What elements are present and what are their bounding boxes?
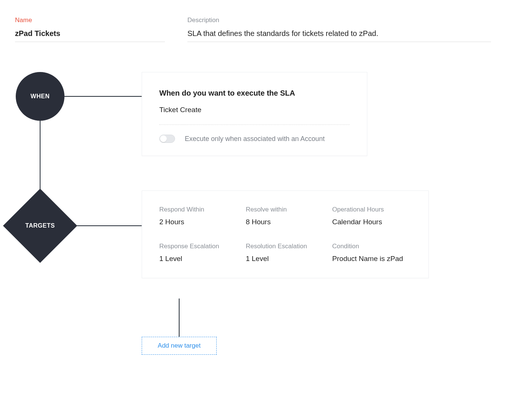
metric-value: Product Name is zPad [332, 255, 411, 263]
account-toggle[interactable] [159, 135, 175, 143]
metric-label: Operational Hours [332, 206, 411, 213]
name-input[interactable]: zPad Tickets [15, 29, 165, 42]
flow-canvas: WHEN TARGETS When do you want to execute… [0, 64, 506, 409]
metric-label: Condition [332, 243, 411, 250]
targets-grid: Respond Within 2 Hours Resolve within 8 … [159, 206, 411, 263]
metric-label: Resolution Escalation [246, 243, 325, 250]
metric-label: Respond Within [159, 206, 238, 213]
connector-line [179, 298, 180, 337]
name-field-group: Name zPad Tickets [15, 16, 165, 42]
name-label: Name [15, 16, 165, 24]
divider [159, 124, 350, 125]
metric-resolve-within: Resolve within 8 Hours [246, 206, 325, 226]
metric-label: Response Escalation [159, 243, 238, 250]
connector-line [40, 121, 40, 200]
when-trigger-value[interactable]: Ticket Create [159, 106, 350, 124]
metric-value: 1 Level [246, 255, 325, 263]
metric-response-escalation: Response Escalation 1 Level [159, 243, 238, 263]
targets-card[interactable]: Respond Within 2 Hours Resolve within 8 … [142, 190, 429, 278]
add-new-target-button[interactable]: Add new target [142, 337, 217, 355]
metric-label: Resolve within [246, 206, 325, 213]
form-header: Name zPad Tickets Description SLA that d… [15, 16, 491, 42]
account-toggle-row: Execute only when associated with an Acc… [159, 135, 350, 143]
targets-node[interactable]: TARGETS [14, 200, 66, 252]
when-card[interactable]: When do you want to execute the SLA Tick… [142, 72, 367, 156]
metric-respond-within: Respond Within 2 Hours [159, 206, 238, 226]
account-toggle-label: Execute only when associated with an Acc… [185, 135, 325, 143]
when-node[interactable]: WHEN [16, 72, 64, 121]
when-card-title: When do you want to execute the SLA [159, 89, 350, 98]
metric-operational-hours: Operational Hours Calendar Hours [332, 206, 411, 226]
description-label: Description [187, 16, 491, 24]
connector-line [64, 96, 142, 97]
description-field-group: Description SLA that defines the standar… [187, 16, 491, 42]
metric-value: 2 Hours [159, 218, 238, 226]
metric-value: Calendar Hours [332, 218, 411, 226]
when-node-label: WHEN [31, 93, 50, 100]
metric-value: 1 Level [159, 255, 238, 263]
metric-value: 8 Hours [246, 218, 325, 226]
add-new-target-label: Add new target [158, 342, 201, 350]
toggle-knob-icon [160, 135, 167, 142]
metric-resolution-escalation: Resolution Escalation 1 Level [246, 243, 325, 263]
description-input[interactable]: SLA that defines the standards for ticke… [187, 29, 491, 42]
targets-node-label: TARGETS [25, 222, 55, 229]
metric-condition: Condition Product Name is zPad [332, 243, 411, 263]
